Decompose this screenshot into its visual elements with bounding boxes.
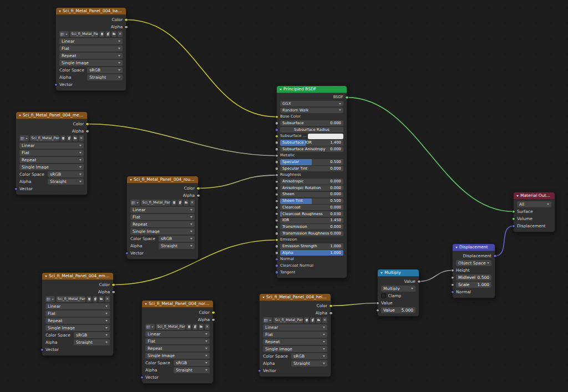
float-socket[interactable] (275, 218, 279, 222)
collapse-chevron-icon[interactable] (455, 247, 458, 248)
image-name-field[interactable]: Sci_fi_Metal_Pan.. (70, 31, 99, 37)
float-socket[interactable] (275, 180, 279, 184)
color-socket[interactable] (196, 186, 200, 190)
unlink-image-button[interactable]: × (118, 31, 123, 37)
fake-user-button[interactable] (171, 200, 176, 206)
projection-select[interactable]: Flat (19, 150, 84, 156)
float-socket[interactable] (451, 276, 455, 279)
value-slider[interactable]: Specular0.500 (280, 159, 343, 165)
value-field[interactable]: Value5.000 (381, 307, 415, 313)
vector-socket[interactable] (258, 369, 262, 373)
interpolation-select[interactable]: Linear (145, 331, 210, 337)
node-header[interactable]: Sci_fi_Metal_Panel_004_roughness.jpg (127, 176, 198, 184)
node-link[interactable] (198, 175, 277, 189)
alpha-mode-select[interactable]: Straight (159, 243, 195, 249)
image-name-field[interactable]: Sci_fi_Metal_Pan.. (156, 324, 186, 330)
float-socket[interactable] (275, 206, 279, 210)
node-header[interactable]: Sci_fi_Metal_Panel_004_normal.jpg (142, 301, 213, 308)
node-image-texture-basecolor[interactable]: Sci_fi_Metal_Panel_004_basecolor.jpgColo… (55, 7, 126, 91)
node-link[interactable] (331, 303, 378, 306)
value-slider[interactable]: IOR1.450 (280, 218, 343, 223)
vector-socket[interactable] (493, 254, 497, 258)
value-slider[interactable]: Emission Strength1.000 (280, 243, 343, 249)
image-browse-button[interactable] (263, 317, 272, 323)
float-socket[interactable] (275, 251, 279, 255)
source-select[interactable]: Single Image (263, 346, 327, 352)
image-browse-button[interactable] (19, 135, 29, 141)
color-space-select[interactable]: sRGB (48, 171, 84, 177)
bsdf-select[interactable]: Random Walk (280, 108, 343, 113)
fake-user-button[interactable] (304, 317, 309, 323)
float-socket[interactable] (329, 311, 333, 315)
vector-socket[interactable] (275, 271, 279, 274)
vector-socket[interactable] (40, 348, 44, 352)
copy-image-button[interactable] (67, 135, 72, 141)
collapse-chevron-icon[interactable] (381, 272, 383, 274)
float-socket[interactable] (196, 194, 200, 197)
node-displacement[interactable]: DisplacementDisplacementObject SpaceHeig… (452, 243, 495, 298)
value-slider[interactable]: Anisotropic0.000 (280, 179, 343, 184)
image-name-field[interactable]: Sci_fi_Metal_Pan.. (30, 135, 60, 141)
vector-socket[interactable] (451, 290, 455, 294)
node-image-texture-emissive[interactable]: Sci_fi_Metal_Panel_004_emissive.jpgColor… (42, 272, 114, 356)
color-space-select[interactable]: sRGB (174, 360, 210, 366)
interpolation-select[interactable]: Linear (19, 142, 84, 149)
float-socket[interactable] (275, 199, 279, 203)
float-socket[interactable] (275, 154, 279, 158)
node-header[interactable]: Displacement (453, 244, 495, 251)
source-select[interactable]: Single Image (19, 164, 84, 170)
alpha-mode-select[interactable]: Straight (174, 367, 210, 373)
vector-socket[interactable] (512, 224, 516, 228)
source-select[interactable]: Single Image (130, 228, 195, 235)
node-material-output[interactable]: Material OutputAllSurfaceVolumeDisplacem… (513, 192, 555, 232)
node-header[interactable]: Principled BSDF (277, 86, 347, 93)
open-image-button[interactable] (111, 31, 116, 37)
projection-select[interactable]: Flat (59, 45, 123, 52)
node-header[interactable]: Sci_fi_Metal_Panel_004_basecolor.jpg (56, 8, 126, 15)
float-socket[interactable] (275, 121, 279, 125)
float-socket[interactable] (111, 290, 115, 294)
value-slider[interactable]: Sheen Tint0.500 (280, 198, 343, 204)
shader-socket[interactable] (345, 95, 349, 99)
operation-select[interactable]: Multiply (381, 286, 415, 292)
image-browse-button[interactable] (130, 200, 140, 206)
node-link[interactable] (87, 124, 277, 156)
vector-socket[interactable] (54, 83, 58, 86)
collapse-chevron-icon[interactable] (45, 276, 47, 277)
open-image-button[interactable] (99, 296, 104, 302)
float-socket[interactable] (275, 193, 279, 197)
float-socket[interactable] (451, 283, 455, 287)
copy-image-button[interactable] (93, 296, 98, 302)
target-select[interactable]: All (517, 201, 551, 207)
value-slider[interactable]: Anisotropic Rotation0.000 (280, 185, 343, 191)
interpolation-select[interactable]: Linear (45, 303, 110, 309)
copy-image-button[interactable] (192, 324, 197, 330)
projection-select[interactable]: Flat (45, 310, 110, 317)
vector-socket[interactable] (275, 264, 279, 268)
unlink-image-button[interactable]: × (322, 317, 327, 323)
color-space-select[interactable]: sRGB (87, 67, 123, 73)
color-socket[interactable] (275, 115, 279, 119)
image-name-field[interactable]: Sci_fi_Metal_Pan.. (273, 317, 303, 323)
projection-select[interactable]: Flat (145, 338, 210, 344)
node-link[interactable] (495, 226, 514, 256)
interpolation-select[interactable]: Linear (59, 38, 123, 44)
node-header[interactable]: Multiply (378, 269, 419, 277)
collapse-chevron-icon[interactable] (516, 195, 519, 197)
midlevel-field[interactable]: Midlevel0.500 (456, 274, 491, 281)
extension-select[interactable]: Repeat (45, 318, 110, 324)
shader-socket[interactable] (512, 217, 516, 221)
clamp-checkbox[interactable] (381, 293, 386, 298)
copy-image-button[interactable] (178, 200, 182, 206)
float-socket[interactable] (275, 232, 279, 236)
image-browse-button[interactable] (59, 31, 69, 37)
scale-field[interactable]: Scale1.000 (456, 282, 491, 288)
node-link[interactable] (126, 20, 277, 117)
collapse-chevron-icon[interactable] (262, 297, 265, 298)
color-socket[interactable] (275, 134, 279, 138)
fake-user-button[interactable] (87, 296, 92, 302)
vector-socket[interactable] (275, 128, 279, 132)
collapse-chevron-icon[interactable] (130, 179, 132, 181)
unlink-image-button[interactable]: × (79, 135, 84, 141)
float-socket[interactable] (275, 141, 279, 145)
